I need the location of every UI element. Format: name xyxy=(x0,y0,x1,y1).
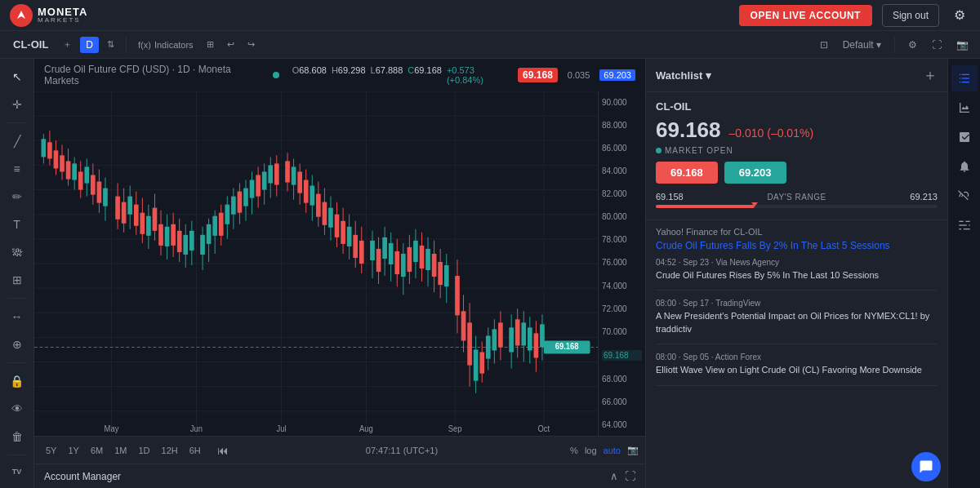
account-manager-collapse[interactable]: ∧ xyxy=(610,470,618,482)
horizontal-line-tool[interactable]: ≡ xyxy=(4,156,30,182)
watchlist-chevron: ▾ xyxy=(706,69,711,82)
svg-rect-102 xyxy=(304,180,309,203)
svg-rect-184 xyxy=(961,74,969,75)
instrument-name: CL-OIL xyxy=(656,100,938,113)
news-title-3[interactable]: Elliott Wave View on Light Crude Oil (CL… xyxy=(656,364,938,376)
news-title-2[interactable]: A New President's Potential Impact on Oi… xyxy=(656,310,938,335)
svg-rect-72 xyxy=(207,224,212,244)
snapshot-button[interactable]: 📷 xyxy=(951,36,973,54)
news-item-3: 08:00 · Sep 05 · Action Forex Elliott Wa… xyxy=(656,353,938,385)
trash-icon[interactable]: 🗑 xyxy=(4,424,30,450)
tf-1y[interactable]: 1Y xyxy=(63,443,83,458)
zoom-tool[interactable]: ⊕ xyxy=(4,331,30,357)
tf-1d[interactable]: 1D xyxy=(134,443,155,458)
news-title-1[interactable]: Crude Oil Futures Rises By 5% In The Las… xyxy=(656,269,938,282)
settings-icon[interactable]: ⚙ xyxy=(949,4,970,26)
cursor-tool[interactable]: ↖ xyxy=(4,64,30,90)
pattern-tool[interactable]: ⊞ xyxy=(4,267,30,293)
svg-rect-166 xyxy=(515,319,520,345)
signals-icon[interactable] xyxy=(951,183,978,209)
chat-button[interactable] xyxy=(911,452,941,481)
annotation-tool[interactable]: 🗱 xyxy=(4,239,30,265)
open-live-account-button[interactable]: OPEN LIVE ACCOUNT xyxy=(739,5,872,26)
eye-icon[interactable]: 👁 xyxy=(4,396,30,422)
range-bar xyxy=(656,205,938,208)
day-range-label: DAY'S RANGE xyxy=(767,193,826,202)
svg-rect-48 xyxy=(127,197,132,215)
measure-tool[interactable]: ↔ xyxy=(4,304,30,330)
tf-6h[interactable]: 6H xyxy=(185,443,206,458)
chart-icon[interactable] xyxy=(951,95,978,121)
svg-rect-126 xyxy=(382,237,387,259)
replay-button[interactable]: ⏮ xyxy=(212,441,234,459)
svg-text:Sep: Sep xyxy=(448,424,462,433)
svg-rect-128 xyxy=(389,243,394,264)
log-button[interactable]: log xyxy=(585,445,597,455)
layout-default-button[interactable]: Default ▾ xyxy=(838,36,886,54)
tf-6m[interactable]: 6M xyxy=(86,443,108,458)
svg-rect-136 xyxy=(413,241,418,262)
settings-panel-icon[interactable] xyxy=(951,212,978,238)
svg-rect-80 xyxy=(231,197,236,215)
orders-icon[interactable] xyxy=(951,124,978,150)
watchlist-icon[interactable] xyxy=(951,65,978,91)
ohlc-close: C69.168 xyxy=(408,65,442,85)
layout-single-button[interactable]: ⊡ xyxy=(815,36,833,54)
layouts-button[interactable]: ⊞ xyxy=(202,36,219,53)
svg-rect-84 xyxy=(243,189,248,206)
tf-12h[interactable]: 12H xyxy=(157,443,183,458)
ask-button[interactable]: 69.203 xyxy=(724,162,786,184)
chart-ohlc: O68.608 H69.298 L67.888 C69.168 +0.573 (… xyxy=(292,65,508,85)
lock-icon[interactable]: 🔒 xyxy=(4,368,30,394)
auto-button[interactable]: auto xyxy=(604,445,621,455)
market-status: MARKET OPEN xyxy=(656,146,938,155)
percent-button[interactable]: % xyxy=(570,445,578,455)
brush-tool[interactable]: ✏ xyxy=(4,184,30,210)
market-status-text: MARKET OPEN xyxy=(665,146,733,155)
svg-rect-118 xyxy=(353,235,358,258)
svg-rect-193 xyxy=(959,228,961,229)
svg-rect-94 xyxy=(274,163,279,184)
price-level: 84.000 xyxy=(602,166,642,175)
tf-5y[interactable]: 5Y xyxy=(41,443,61,458)
day-low: 69.158 xyxy=(656,192,684,202)
svg-rect-42 xyxy=(103,189,108,206)
account-manager-expand[interactable]: ⛶ xyxy=(625,470,635,482)
news-section: Yahoo! Finance for CL-OIL Crude Oil Futu… xyxy=(646,220,947,401)
price-level: 72.000 xyxy=(602,304,642,313)
indicators-button[interactable]: f(x) Indicators xyxy=(133,37,198,53)
header: MONETA MARKETS OPEN LIVE ACCOUNT Sign ou… xyxy=(0,0,980,31)
svg-rect-192 xyxy=(969,224,969,225)
text-tool[interactable]: T xyxy=(4,211,30,237)
svg-rect-104 xyxy=(310,186,314,206)
news-main-headline[interactable]: Crude Oil Futures Falls By 2% In The Las… xyxy=(656,240,938,251)
add-symbol-button[interactable]: ＋ xyxy=(58,35,77,54)
svg-rect-100 xyxy=(297,171,302,193)
undo-button[interactable]: ↩ xyxy=(222,36,239,53)
line-tool[interactable]: ╱ xyxy=(4,128,30,154)
watchlist-add-button[interactable]: ＋ xyxy=(923,65,938,85)
chart-canvas[interactable]: May Jun Jul Aug Sep Oct 69.168 xyxy=(34,91,598,436)
sign-out-button[interactable]: Sign out xyxy=(882,4,939,27)
timeframe-button[interactable]: D xyxy=(80,37,99,53)
news-icon[interactable] xyxy=(951,153,978,180)
chart-status-dot xyxy=(273,72,279,78)
compare-button[interactable]: ⇅ xyxy=(102,36,119,53)
news-item-1: 04:52 · Sep 23 · Via News Agency Crude O… xyxy=(656,258,938,291)
svg-rect-170 xyxy=(528,327,532,350)
svg-rect-26 xyxy=(54,150,59,168)
svg-rect-140 xyxy=(425,249,430,270)
bid-button[interactable]: 69.168 xyxy=(656,162,718,184)
screenshot-small-button[interactable]: 📷 xyxy=(627,445,639,455)
redo-button[interactable]: ↪ xyxy=(243,36,260,53)
svg-rect-40 xyxy=(97,182,102,203)
svg-rect-62 xyxy=(171,224,176,246)
tf-1m[interactable]: 1M xyxy=(109,443,131,458)
crosshair-tool[interactable]: ✛ xyxy=(4,91,30,118)
far-right-panel xyxy=(947,59,980,488)
chart-settings-button[interactable]: ⚙ xyxy=(903,36,922,54)
watchlist-title[interactable]: Watchlist ▾ xyxy=(656,69,711,82)
svg-rect-88 xyxy=(256,175,261,196)
fullscreen-button[interactable]: ⛶ xyxy=(927,36,947,54)
toolbar: CL-OIL ＋ D ⇅ f(x) Indicators ⊞ ↩ ↪ ⊡ Def… xyxy=(0,31,980,59)
